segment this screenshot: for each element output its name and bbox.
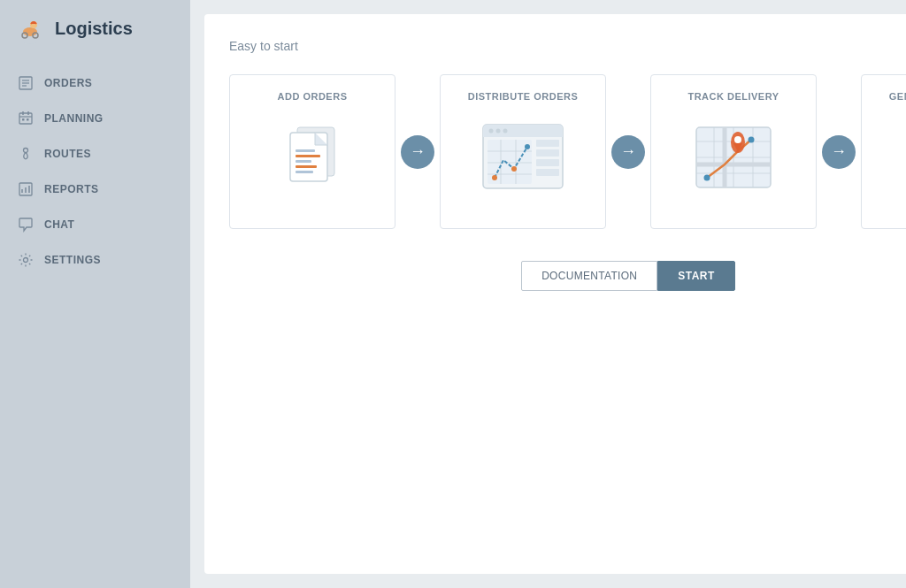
sidebar-item-reports[interactable]: REPORTS xyxy=(0,172,190,207)
steps-row: ADD ORDERS xyxy=(229,74,906,229)
add-orders-illustration xyxy=(273,120,352,195)
svg-rect-27 xyxy=(296,160,311,163)
app-title: Logistics xyxy=(55,19,133,39)
svg-point-42 xyxy=(492,175,497,180)
svg-rect-47 xyxy=(536,159,559,166)
step-add-orders: ADD ORDERS xyxy=(229,74,395,229)
orders-icon xyxy=(18,75,34,91)
routes-icon xyxy=(18,146,34,162)
sidebar-item-chat[interactable]: CHAT xyxy=(0,207,190,242)
step-track-delivery: TRACK DELIVERY xyxy=(650,74,817,229)
sidebar-item-planning[interactable]: PLANNING xyxy=(0,101,190,136)
arrow-3: → xyxy=(822,135,856,169)
step-track-delivery-icon xyxy=(689,102,778,214)
sidebar-item-routes-label: ROUTES xyxy=(44,148,91,160)
sidebar-item-orders[interactable]: ORDERS xyxy=(0,65,190,101)
sidebar-item-chat-label: CHAT xyxy=(44,218,74,231)
svg-point-20 xyxy=(24,258,28,263)
section-title: Easy to start xyxy=(229,39,906,53)
generate-reports-illustration xyxy=(900,120,906,195)
settings-icon xyxy=(18,252,34,268)
svg-rect-13 xyxy=(22,118,25,121)
sidebar-header: Logistics xyxy=(0,0,190,57)
sidebar-item-planning-label: PLANNING xyxy=(44,112,104,125)
sidebar-item-reports-label: REPORTS xyxy=(44,183,99,195)
svg-rect-29 xyxy=(296,171,313,173)
step-distribute-orders-label: DISTRIBUTE ORDERS xyxy=(468,91,579,102)
sidebar-item-settings[interactable]: SETTINGS xyxy=(0,242,190,278)
svg-point-59 xyxy=(734,136,741,143)
content-card: Easy to start ADD ORDERS xyxy=(204,14,906,574)
chat-icon xyxy=(18,217,34,233)
sidebar-item-settings-label: SETTINGS xyxy=(44,254,101,266)
svg-point-34 xyxy=(496,129,501,134)
reports-icon xyxy=(18,181,34,197)
sidebar: Logistics ORDERS PLANNING xyxy=(0,0,190,588)
svg-rect-48 xyxy=(536,169,559,176)
svg-point-61 xyxy=(704,175,710,181)
buttons-row: DOCUMENTATION START xyxy=(229,261,906,291)
svg-rect-9 xyxy=(19,113,32,124)
step-track-delivery-label: TRACK DELIVERY xyxy=(687,91,779,102)
svg-rect-26 xyxy=(296,155,320,157)
main-content: Easy to start ADD ORDERS xyxy=(190,0,906,588)
svg-rect-45 xyxy=(536,140,559,147)
arrow-2: → xyxy=(611,135,645,169)
svg-point-62 xyxy=(749,137,755,143)
step-distribute-orders-icon xyxy=(479,102,567,214)
svg-point-35 xyxy=(503,129,508,134)
step-generate-reports-label: GENERATE REPORTS xyxy=(889,91,906,102)
svg-rect-28 xyxy=(296,165,317,168)
svg-rect-32 xyxy=(483,133,563,137)
svg-rect-46 xyxy=(536,149,559,157)
svg-rect-25 xyxy=(296,149,315,152)
svg-point-43 xyxy=(511,166,517,172)
svg-point-1 xyxy=(23,27,37,36)
svg-point-33 xyxy=(489,129,494,134)
svg-point-15 xyxy=(24,149,28,153)
documentation-button[interactable]: DOCUMENTATION xyxy=(521,261,657,291)
step-add-orders-icon xyxy=(273,102,352,214)
sidebar-nav: ORDERS PLANNING ROUTES xyxy=(0,65,190,278)
planning-icon xyxy=(18,111,34,126)
step-generate-reports-icon xyxy=(900,102,906,214)
track-delivery-illustration xyxy=(689,120,778,195)
sidebar-item-orders-label: ORDERS xyxy=(44,77,92,89)
distribute-orders-illustration xyxy=(479,120,567,195)
step-add-orders-label: ADD ORDERS xyxy=(278,91,348,102)
sidebar-item-routes[interactable]: ROUTES xyxy=(0,136,190,172)
svg-rect-14 xyxy=(27,118,29,121)
step-distribute-orders: DISTRIBUTE ORDERS xyxy=(440,74,606,229)
app-logo xyxy=(14,12,46,44)
svg-point-44 xyxy=(525,144,530,149)
start-button[interactable]: START xyxy=(657,261,735,291)
step-generate-reports: GENERATE REPORTS xyxy=(861,74,906,229)
arrow-1: → xyxy=(401,135,434,169)
